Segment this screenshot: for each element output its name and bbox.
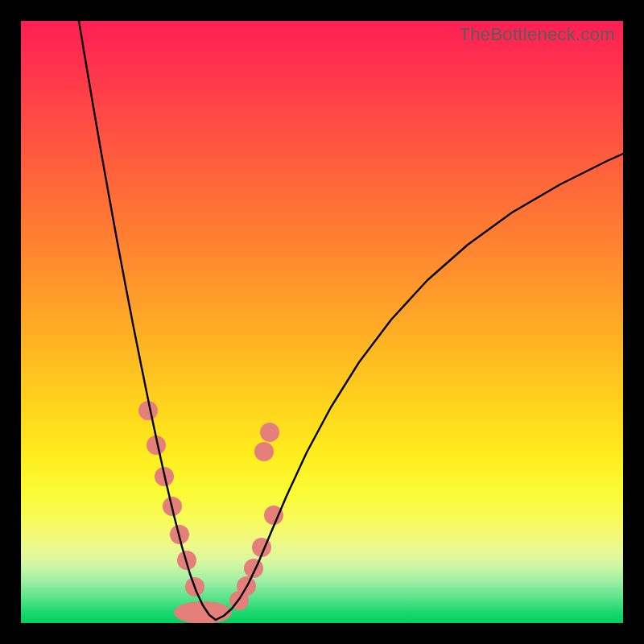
- marker-dot: [244, 559, 263, 578]
- curves-svg: [21, 21, 623, 623]
- chart-frame: TheBottleneck.com: [0, 0, 644, 644]
- marker-dot: [260, 423, 279, 442]
- plot-area: TheBottleneck.com: [21, 21, 623, 623]
- marker-dot: [254, 442, 274, 461]
- marker-group: [138, 401, 283, 623]
- curve-right-branch: [216, 154, 623, 620]
- curve-left-branch: [79, 21, 216, 620]
